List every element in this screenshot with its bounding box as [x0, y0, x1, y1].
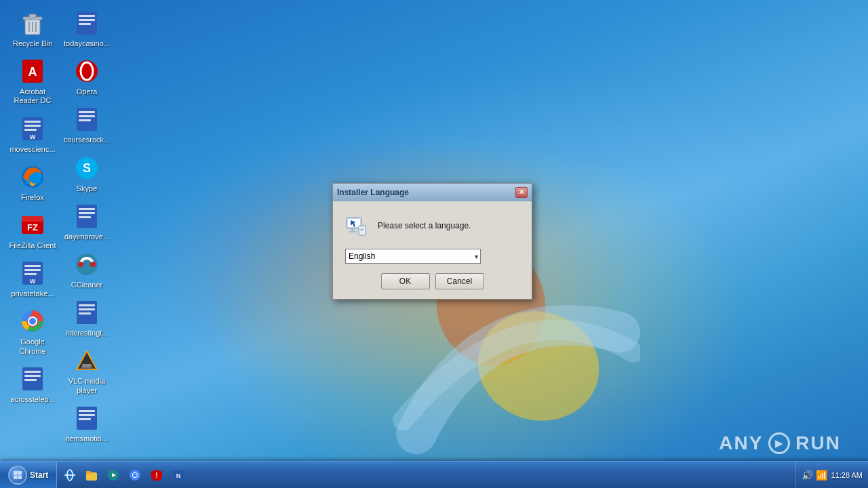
- svg-rect-22: [24, 273, 37, 275]
- desktop-icon-ccleaner[interactable]: CCleaner: [60, 247, 114, 293]
- taskbar-explorer-icon[interactable]: [81, 465, 102, 485]
- svg-text:FZ: FZ: [27, 222, 38, 232]
- dialog-buttons: OK Cancel: [342, 273, 522, 289]
- svg-rect-17: [22, 216, 43, 222]
- svg-rect-54: [79, 312, 91, 314]
- desktop-icon-opera[interactable]: Opera: [60, 54, 114, 100]
- svg-rect-29: [24, 371, 41, 373]
- network-icon[interactable]: 📶: [816, 470, 827, 481]
- svg-rect-57: [82, 364, 92, 367]
- desktop-icon-todaycasino[interactable]: todaycasino...: [60, 5, 114, 52]
- interestingt-icon: [73, 299, 100, 326]
- desktop-icon-itemsmotio[interactable]: itemsmotio...: [60, 401, 114, 447]
- svg-rect-11: [24, 121, 41, 123]
- svg-rect-34: [79, 19, 95, 21]
- filezilla-label: FileZilla Client: [9, 241, 56, 250]
- desktop-icon-vlc[interactable]: VLC media player: [60, 343, 114, 399]
- svg-rect-4: [29, 14, 36, 18]
- svg-rect-46: [79, 212, 95, 214]
- ccleaner-label: CCleaner: [71, 281, 102, 289]
- svg-rect-21: [24, 269, 41, 271]
- desktop-icon-acrobat[interactable]: A Acrobat Reader DC: [5, 54, 60, 109]
- svg-rect-69: [360, 228, 364, 228]
- vlc-label: VLC media player: [62, 377, 111, 394]
- installer-language-dialog: Installer Language ✕: [332, 183, 532, 300]
- start-label: Start: [30, 470, 48, 480]
- desktop-icon-acrosstelep[interactable]: acrosstelep...: [5, 361, 60, 408]
- svg-rect-12: [24, 125, 41, 127]
- watermark-play-icon: ▶: [768, 432, 790, 454]
- recycle-bin-label: Recycle Bin: [13, 39, 52, 48]
- acrosstelep-icon: [19, 365, 46, 392]
- desktop-icon-skype[interactable]: S Skype: [60, 150, 114, 197]
- start-button[interactable]: Start: [0, 462, 57, 488]
- svg-rect-39: [79, 111, 95, 113]
- acrobat-label: Acrobat Reader DC: [8, 87, 57, 105]
- svg-rect-13: [24, 129, 37, 131]
- desktop-icon-privatetake[interactable]: W privatetake...: [5, 256, 60, 302]
- cancel-button[interactable]: Cancel: [435, 273, 484, 289]
- installer-icon-area: [342, 212, 370, 239]
- coursesrock-label: coursesrock...: [64, 136, 110, 144]
- dialog-select-row: English French German Spanish Italian Po…: [342, 249, 522, 264]
- svg-rect-40: [79, 115, 95, 117]
- privatetake-icon: W: [19, 260, 46, 287]
- desktop-icon-interestingt[interactable]: interestingt...: [60, 295, 114, 342]
- anyrun-watermark: ANY ▶ RUN: [719, 432, 841, 454]
- svg-rect-53: [79, 308, 95, 310]
- svg-rect-74: [14, 475, 18, 479]
- desktop-icon-chrome[interactable]: Google Chrome: [5, 304, 60, 359]
- svg-rect-30: [24, 375, 41, 377]
- svg-text:S: S: [83, 161, 91, 175]
- taskbar-chrome-icon[interactable]: [125, 465, 145, 485]
- desktop-icon-movescience[interactable]: W movescienc...: [5, 111, 60, 158]
- desktop-icon-recycle-bin[interactable]: Recycle Bin: [5, 5, 60, 52]
- filezilla-icon: FZ: [19, 211, 46, 239]
- svg-rect-61: [79, 414, 95, 416]
- dialog-body: Please select a language. English French…: [333, 201, 532, 299]
- desktop-icon-coursesrock[interactable]: coursesrock...: [60, 102, 114, 148]
- svg-rect-80: [86, 471, 91, 474]
- watermark-suffix: RUN: [795, 432, 841, 454]
- svg-rect-31: [24, 379, 37, 381]
- svg-rect-62: [79, 418, 91, 420]
- taskbar-system-tray: 🔊 📶 11:28 AM: [795, 462, 868, 488]
- svg-point-27: [29, 318, 36, 325]
- chrome-label: Google Chrome: [8, 338, 57, 355]
- svg-text:!: !: [156, 472, 158, 479]
- desktop-icon-dayimprove[interactable]: dayimprove...: [60, 199, 114, 245]
- recycle-bin-icon: [19, 9, 46, 37]
- chrome-icon: [19, 308, 46, 335]
- volume-icon[interactable]: 🔊: [802, 470, 813, 481]
- ok-button[interactable]: OK: [381, 273, 430, 289]
- svg-rect-47: [79, 216, 91, 218]
- svg-point-37: [81, 62, 93, 80]
- svg-rect-72: [14, 471, 18, 475]
- taskbar-nsis-icon[interactable]: N: [168, 465, 189, 485]
- taskbar-clock: 11:28 AM: [831, 471, 863, 479]
- dialog-overlay: Installer Language ✕: [0, 0, 868, 488]
- language-select-wrapper: English French German Spanish Italian Po…: [345, 249, 481, 264]
- svg-rect-66: [351, 228, 354, 231]
- taskbar-media-icon[interactable]: [103, 465, 123, 485]
- svg-text:A: A: [28, 65, 37, 79]
- taskbar-security-icon[interactable]: !: [146, 465, 167, 485]
- dialog-close-button[interactable]: ✕: [515, 187, 528, 198]
- vlc-icon: [73, 347, 100, 374]
- dialog-top-row: Please select a language.: [342, 212, 522, 239]
- todaycasino-icon: [73, 9, 100, 37]
- svg-rect-73: [18, 471, 22, 475]
- desktop-icon-filezilla[interactable]: FZ FileZilla Client: [5, 207, 60, 254]
- movescience-icon: W: [19, 115, 46, 142]
- svg-point-85: [133, 473, 137, 477]
- svg-text:W: W: [30, 134, 36, 140]
- dialog-message: Please select a language.: [378, 221, 471, 230]
- desktop-icon-firefox[interactable]: Firefox: [5, 159, 60, 206]
- taskbar-ie-icon[interactable]: [60, 465, 80, 485]
- taskbar-items: ! N: [57, 462, 795, 488]
- language-select[interactable]: English French German Spanish Italian Po…: [345, 249, 481, 264]
- svg-point-49: [78, 262, 83, 267]
- desktop-icons-container: Recycle Bin A Acrobat Reader DC W movesc…: [0, 0, 119, 454]
- acrosstelep-label: acrosstelep...: [10, 395, 54, 404]
- taskbar: Start: [0, 461, 868, 488]
